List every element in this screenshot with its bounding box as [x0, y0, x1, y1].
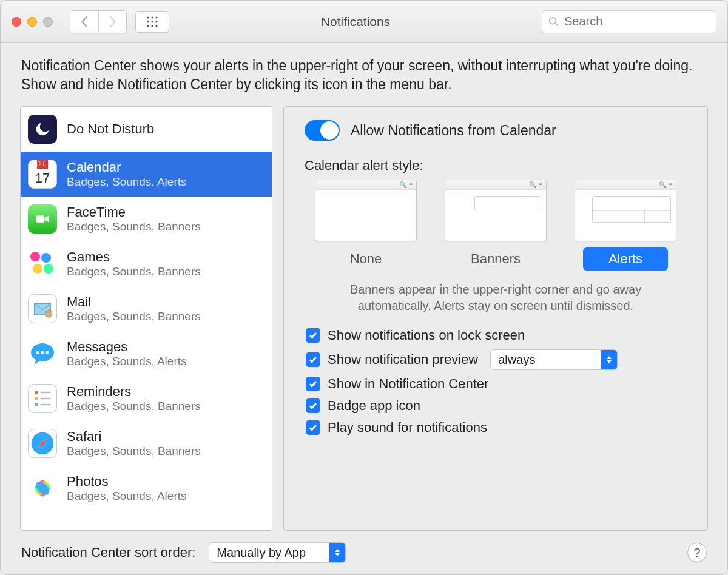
- safari-icon: [28, 429, 57, 458]
- sort-order-label: Notification Center sort order:: [21, 545, 195, 560]
- alert-style-thumb: 🔍≡: [575, 180, 676, 241]
- sidebar-item-games[interactable]: Games Badges, Sounds, Banners: [21, 241, 272, 286]
- alert-style-none[interactable]: 🔍≡ None: [315, 180, 417, 271]
- search-input[interactable]: [564, 15, 710, 29]
- popup-arrows-icon: [329, 543, 345, 562]
- sidebar-item-text: Messages Badges, Sounds, Alerts: [67, 339, 187, 368]
- titlebar: Notifications: [1, 1, 727, 43]
- sidebar-item-sub: Badges, Sounds, Alerts: [67, 489, 187, 503]
- search-field[interactable]: [542, 10, 716, 33]
- reminders-icon: [28, 384, 57, 413]
- sidebar-item-name: Messages: [67, 339, 187, 355]
- sidebar-item-text: Safari Badges, Sounds, Banners: [67, 429, 201, 458]
- svg-point-4: [151, 21, 153, 22]
- facetime-icon: [28, 204, 57, 234]
- sidebar-item-safari[interactable]: Safari Badges, Sounds, Banners: [21, 421, 272, 466]
- minimize-window-button[interactable]: [27, 17, 37, 27]
- window-controls: [12, 17, 53, 27]
- alert-style-banners[interactable]: 🔍≡ Banners: [445, 180, 547, 271]
- grid-icon: [146, 16, 158, 28]
- sidebar-item-text: Reminders Badges, Sounds, Banners: [67, 384, 201, 413]
- game-center-icon: [28, 249, 57, 278]
- checkbox[interactable]: [306, 377, 320, 391]
- sidebar-item-name: Safari: [67, 429, 201, 445]
- sidebar-item-sub: Badges, Sounds, Banners: [67, 445, 201, 458]
- sidebar-item-messages[interactable]: Messages Badges, Sounds, Alerts: [21, 331, 272, 376]
- svg-point-3: [147, 21, 149, 22]
- option-show-notification-preview: Show notification preview always: [306, 349, 690, 370]
- back-button[interactable]: [70, 11, 98, 33]
- alert-style-label: None: [323, 247, 408, 271]
- zoom-window-button[interactable]: [43, 17, 53, 27]
- alert-style-label: Banners: [453, 247, 538, 271]
- nav-segmented: [70, 10, 127, 33]
- pane-description: Notification Center shows your alerts in…: [1, 43, 727, 100]
- sidebar-item-do-not-disturb[interactable]: Do Not Disturb: [21, 107, 272, 152]
- sort-order-popup[interactable]: Manually by App: [209, 542, 346, 563]
- alert-style-thumb: 🔍≡: [445, 180, 547, 241]
- sidebar-item-name: Calendar: [67, 160, 187, 175]
- sidebar-item-sub: Badges, Sounds, Banners: [67, 265, 201, 278]
- svg-point-5: [155, 21, 157, 22]
- svg-point-13: [45, 311, 52, 318]
- option-badge-app-icon: Badge app icon: [306, 398, 690, 414]
- messages-icon: [28, 339, 57, 368]
- help-button[interactable]: ?: [687, 543, 707, 562]
- checkbox[interactable]: [306, 398, 320, 413]
- allow-row: Allow Notifications from Calendar: [305, 120, 690, 141]
- preview-popup-value: always: [498, 353, 594, 367]
- sort-order-value: Manually by App: [217, 546, 322, 560]
- popup-arrows-icon: [601, 350, 617, 369]
- alert-style-options: 🔍≡ None 🔍≡ Banners 🔍≡ Alerts: [301, 180, 690, 271]
- svg-point-9: [550, 17, 556, 24]
- sidebar-item-text: FaceTime Badges, Sounds, Banners: [67, 204, 201, 234]
- sidebar-item-mail[interactable]: Mail Badges, Sounds, Banners: [21, 286, 272, 331]
- alert-style-alerts[interactable]: 🔍≡ Alerts: [575, 180, 676, 271]
- alert-style-heading: Calendar alert style:: [305, 158, 690, 173]
- preview-popup[interactable]: always: [490, 349, 618, 370]
- checkbox[interactable]: [306, 420, 320, 435]
- alert-style-label: Alerts: [583, 247, 668, 271]
- sidebar-item-facetime[interactable]: FaceTime Badges, Sounds, Banners: [21, 197, 272, 241]
- alert-style-thumb: 🔍≡: [315, 180, 417, 241]
- preferences-window: Notifications Notification Center shows …: [0, 0, 728, 575]
- sidebar-item-sub: Badges, Sounds, Alerts: [67, 355, 187, 368]
- sidebar-item-text: Calendar Badges, Sounds, Alerts: [67, 160, 187, 189]
- moon-icon: [28, 115, 57, 144]
- forward-button[interactable]: [98, 11, 126, 33]
- option-label: Show notifications on lock screen: [328, 328, 525, 343]
- svg-point-16: [41, 351, 44, 354]
- sidebar-item-sub: Badges, Sounds, Banners: [67, 220, 201, 234]
- sidebar-item-calendar[interactable]: JUL17 Calendar Badges, Sounds, Alerts: [21, 152, 272, 197]
- notification-options: Show notifications on lock screen Show n…: [306, 328, 690, 435]
- svg-point-17: [46, 351, 49, 354]
- alert-style-hint: Banners appear in the upper-right corner…: [322, 281, 670, 314]
- show-all-prefs-button[interactable]: [135, 11, 169, 33]
- content-area: Do Not Disturb JUL17 Calendar Badges, So…: [1, 100, 727, 531]
- svg-point-7: [151, 25, 153, 27]
- option-label: Show in Notification Center: [328, 376, 488, 392]
- sidebar-item-name: Reminders: [67, 384, 201, 400]
- svg-point-0: [147, 16, 149, 18]
- svg-point-20: [35, 403, 38, 406]
- window-title: Notifications: [178, 15, 533, 29]
- allow-notifications-toggle[interactable]: [305, 120, 340, 141]
- sidebar-item-reminders[interactable]: Reminders Badges, Sounds, Banners: [21, 376, 272, 421]
- option-label: Show notification preview: [328, 352, 478, 368]
- mail-icon: [28, 294, 57, 323]
- detail-panel: Allow Notifications from Calendar Calend…: [283, 106, 708, 531]
- app-list[interactable]: Do Not Disturb JUL17 Calendar Badges, So…: [20, 106, 272, 531]
- search-icon: [548, 16, 559, 27]
- svg-point-6: [147, 25, 149, 27]
- option-label: Badge app icon: [328, 398, 420, 414]
- checkbox[interactable]: [306, 328, 320, 343]
- sidebar-item-sub: Badges, Sounds, Banners: [67, 310, 201, 323]
- allow-notifications-label: Allow Notifications from Calendar: [351, 123, 556, 139]
- close-window-button[interactable]: [12, 17, 21, 27]
- option-label: Play sound for notifications: [328, 420, 487, 435]
- sidebar-item-text: Do Not Disturb: [67, 121, 154, 137]
- sidebar-item-photos[interactable]: Photos Badges, Sounds, Alerts: [21, 466, 272, 511]
- svg-point-15: [36, 351, 39, 354]
- checkbox[interactable]: [306, 352, 320, 367]
- sidebar-item-name: Mail: [67, 294, 201, 310]
